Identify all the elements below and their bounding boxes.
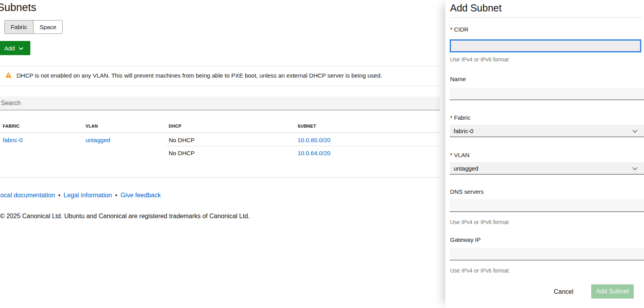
header-divider [0, 132, 440, 133]
column-header-fabric: FABRIC [3, 124, 20, 128]
warning-icon [5, 72, 12, 80]
footer-links: Local documentation•Legal information•Gi… [0, 192, 161, 199]
divider [0, 66, 440, 66]
fabric-select-value: fabric-0 [454, 128, 473, 134]
vlan-link[interactable]: untagged [86, 137, 110, 143]
cidr-help-text: Use IPv4 or IPv6 format [450, 56, 509, 63]
add-button[interactable]: Add [0, 41, 30, 55]
cidr-label: * CIDR [450, 26, 469, 33]
separator: • [58, 192, 61, 199]
vlan-select-value: untagged [454, 165, 478, 172]
column-header-vlan: VLAN [86, 124, 98, 128]
separator: • [115, 192, 117, 199]
toggle-fabric[interactable]: Fabric [5, 20, 34, 33]
dhcp-status: No DHCP [169, 137, 195, 143]
gateway-ip-label: Gateway IP [450, 236, 481, 243]
vlan-select[interactable]: untagged [450, 162, 644, 174]
add-subnet-panel: Add Subnet * CIDR Use IPv4 or IPv6 forma… [445, 0, 644, 308]
name-input[interactable] [450, 88, 644, 100]
local-documentation-link[interactable]: Local documentation [0, 192, 55, 199]
group-by-toggle: Fabric Space [4, 20, 63, 34]
column-header-dhcp: DHCP [169, 124, 181, 128]
dhcp-status: No DHCP [169, 150, 195, 156]
fabric-link[interactable]: fabric-0 [3, 137, 22, 143]
dhcp-warning-text: DHCP is not enabled on any VLAN. This wi… [17, 72, 382, 79]
name-label: Name [450, 76, 466, 82]
add-subnet-submit-button[interactable]: Add Subnet [591, 284, 634, 299]
gateway-ip-input[interactable] [450, 248, 644, 260]
subnets-page: Subnets Fabric Space Add DHCP is not ena… [0, 0, 445, 308]
copyright-text: © 2025 Canonical Ltd. Ubuntu and Canonic… [0, 213, 250, 220]
subnet-link[interactable]: 10.0.64.0/20 [298, 150, 330, 156]
give-feedback-link[interactable]: Give feedback [121, 192, 161, 199]
page-title: Subnets [0, 2, 36, 14]
footer-divider [0, 177, 440, 178]
search-input[interactable] [0, 96, 440, 110]
dns-help-text: Use IPv4 or IPv6 format [450, 219, 509, 225]
panel-title: Add Subnet [450, 2, 502, 14]
chevron-down-icon [19, 45, 24, 52]
chevron-down-icon [632, 165, 638, 172]
gateway-help-text: Use IPv4 or IPv6 format [450, 267, 509, 274]
column-header-subnet: SUBNET [298, 124, 316, 128]
chevron-down-icon [632, 128, 638, 134]
legal-information-link[interactable]: Legal information [63, 192, 112, 199]
dns-servers-input[interactable] [450, 199, 644, 212]
row-divider [166, 146, 440, 146]
divider [0, 86, 440, 86]
toggle-space[interactable]: Space [34, 20, 62, 33]
cidr-input[interactable] [450, 39, 641, 52]
panel-divider [450, 17, 642, 18]
add-button-label: Add [4, 45, 15, 52]
fabric-select[interactable]: fabric-0 [450, 125, 644, 137]
cancel-button[interactable]: Cancel [549, 285, 578, 299]
fabric-label: * Fabric [450, 114, 471, 121]
subnet-link[interactable]: 10.0.80.0/20 [298, 137, 330, 143]
dns-servers-label: DNS servers [450, 188, 484, 195]
vlan-label: * VLAN [450, 152, 469, 158]
